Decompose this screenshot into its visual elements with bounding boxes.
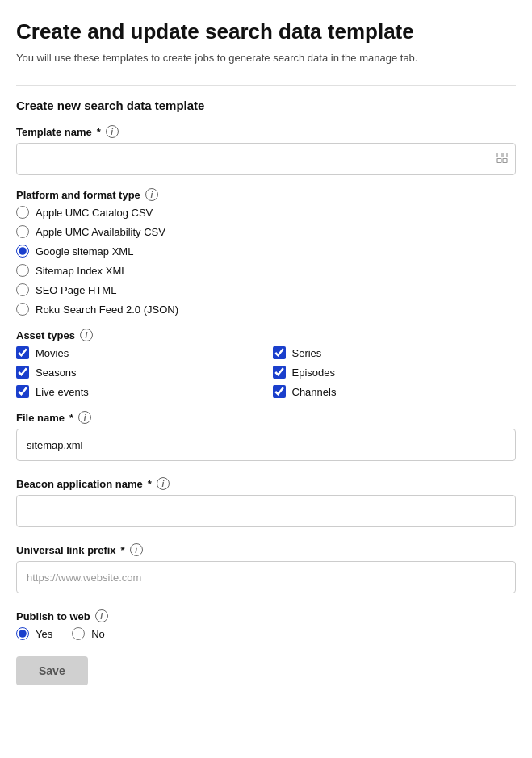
- page-subtitle: You will use these templates to create j…: [16, 51, 516, 65]
- grid-icon: [496, 153, 508, 166]
- asset-types-info-icon[interactable]: i: [80, 329, 93, 341]
- platform-info-icon[interactable]: i: [145, 188, 158, 201]
- svg-rect-2: [497, 159, 501, 163]
- svg-rect-0: [497, 153, 501, 157]
- radio-item-sitemap-index[interactable]: Sitemap Index XML: [16, 264, 516, 277]
- checkbox-label-live-events: Live events: [36, 386, 89, 398]
- checkbox-seasons[interactable]: [16, 366, 29, 379]
- page-title: Create and update search data template: [16, 19, 516, 44]
- template-name-label: Template name * i: [16, 125, 516, 138]
- checkbox-label-channels: Channels: [292, 386, 337, 398]
- radio-item-seo-page[interactable]: SEO Page HTML: [16, 283, 516, 296]
- checkbox-item-channels[interactable]: Channels: [273, 385, 517, 398]
- svg-rect-3: [503, 159, 507, 163]
- platform-radio-group: Apple UMC Catalog CSV Apple UMC Availabi…: [16, 206, 516, 316]
- checkbox-item-seasons[interactable]: Seasons: [16, 366, 260, 379]
- file-name-required-star: *: [69, 412, 73, 424]
- beacon-required-star: *: [148, 478, 152, 490]
- radio-label-apple-umc-catalog: Apple UMC Catalog CSV: [36, 207, 153, 219]
- template-name-wrapper: [16, 143, 516, 175]
- checkbox-label-episodes: Episodes: [292, 366, 335, 379]
- radio-label-publish-no: No: [91, 628, 105, 640]
- publish-to-web-info-icon[interactable]: i: [95, 609, 108, 622]
- universal-link-info-icon[interactable]: i: [130, 543, 143, 556]
- radio-roku-search[interactable]: [16, 303, 29, 316]
- file-name-label: File name * i: [16, 411, 516, 424]
- radio-publish-yes[interactable]: [16, 627, 29, 640]
- checkbox-item-series[interactable]: Series: [273, 346, 517, 359]
- universal-link-prefix-input[interactable]: [16, 561, 516, 593]
- svg-rect-1: [503, 153, 507, 157]
- radio-item-google-sitemap[interactable]: Google sitemap XML: [16, 245, 516, 258]
- checkbox-live-events[interactable]: [16, 385, 29, 398]
- file-name-info-icon[interactable]: i: [78, 411, 91, 424]
- radio-label-seo-page: SEO Page HTML: [36, 284, 116, 296]
- universal-link-required-star: *: [121, 544, 125, 556]
- radio-label-sitemap-index: Sitemap Index XML: [36, 265, 127, 277]
- checkbox-series[interactable]: [273, 346, 286, 359]
- radio-sitemap-index[interactable]: [16, 264, 29, 277]
- radio-label-apple-umc-availability: Apple UMC Availability CSV: [36, 226, 165, 238]
- checkbox-label-seasons: Seasons: [36, 366, 77, 379]
- checkbox-episodes[interactable]: [273, 366, 286, 379]
- universal-link-prefix-label: Universal link prefix * i: [16, 543, 516, 556]
- checkbox-label-series: Series: [292, 347, 322, 359]
- radio-label-publish-yes: Yes: [36, 628, 52, 640]
- checkbox-item-live-events[interactable]: Live events: [16, 385, 260, 398]
- section-title: Create new search data template: [16, 98, 516, 112]
- radio-apple-umc-catalog[interactable]: [16, 206, 29, 219]
- radio-item-apple-umc-catalog[interactable]: Apple UMC Catalog CSV: [16, 206, 516, 219]
- save-button[interactable]: Save: [16, 656, 88, 685]
- publish-yes-item[interactable]: Yes: [16, 627, 52, 640]
- radio-seo-page[interactable]: [16, 283, 29, 296]
- checkbox-item-movies[interactable]: Movies: [16, 346, 260, 359]
- radio-google-sitemap[interactable]: [16, 245, 29, 258]
- template-name-info-icon[interactable]: i: [106, 125, 119, 138]
- publish-no-item[interactable]: No: [72, 627, 105, 640]
- checkbox-item-episodes[interactable]: Episodes: [273, 366, 517, 379]
- required-star: *: [97, 126, 101, 138]
- file-name-input[interactable]: [16, 429, 516, 461]
- platform-label: Platform and format type i: [16, 188, 516, 201]
- radio-item-roku-search[interactable]: Roku Search Feed 2.0 (JSON): [16, 303, 516, 316]
- asset-types-label: Asset types i: [16, 329, 516, 341]
- template-name-input[interactable]: [16, 143, 516, 175]
- checkbox-movies[interactable]: [16, 346, 29, 359]
- checkbox-channels[interactable]: [273, 385, 286, 398]
- radio-item-apple-umc-availability[interactable]: Apple UMC Availability CSV: [16, 225, 516, 238]
- beacon-app-name-input[interactable]: [16, 495, 516, 527]
- radio-apple-umc-availability[interactable]: [16, 225, 29, 238]
- publish-to-web-row: Yes No: [16, 627, 516, 640]
- radio-label-roku-search: Roku Search Feed 2.0 (JSON): [36, 304, 178, 316]
- checkbox-label-movies: Movies: [36, 347, 69, 359]
- beacon-app-name-label: Beacon application name * i: [16, 477, 516, 490]
- radio-label-google-sitemap: Google sitemap XML: [36, 245, 133, 258]
- asset-types-grid: Movies Series Seasons Episodes Live even…: [16, 346, 516, 398]
- radio-publish-no[interactable]: [72, 627, 85, 640]
- beacon-app-name-info-icon[interactable]: i: [157, 477, 170, 490]
- publish-to-web-label: Publish to web i: [16, 609, 516, 622]
